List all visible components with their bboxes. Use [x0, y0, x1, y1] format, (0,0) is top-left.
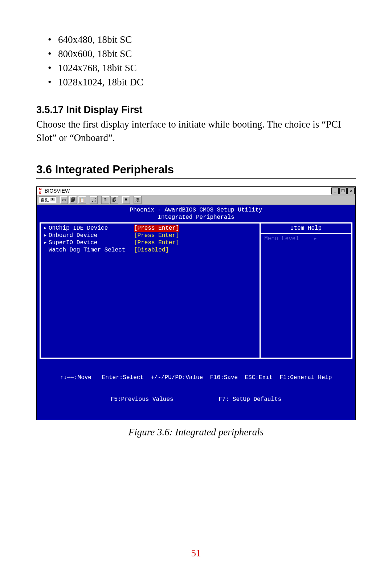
list-item: 800x600, 18bit SC: [58, 47, 356, 61]
option-label: Watch Dog Timer Select: [49, 246, 134, 254]
footer-line2: F5:Previous Values F7: SetUp Defaults: [37, 396, 355, 403]
submenu-arrow-icon: ▸: [44, 239, 49, 246]
page2-icon[interactable]: 🗐: [110, 196, 118, 204]
footer-line1: ↑↓→←:Move Enter:Select +/-/PU/PD:Value F…: [37, 374, 355, 381]
no-arrow-icon: [44, 246, 49, 254]
select-rect-icon[interactable]: ▭: [60, 196, 68, 204]
resolution-list: 640x480, 18bit SC 800x600, 18bit SC 1024…: [36, 33, 356, 90]
app-icon: MS: [37, 188, 43, 194]
window-titlebar: MS BIOSVIEW _ ❐ ✕: [37, 187, 355, 195]
list-item: 1028x1024, 18bit DC: [58, 75, 356, 89]
submenu-arrow-icon: ▸: [44, 232, 49, 239]
option-value: [Press Enter]: [134, 225, 179, 232]
bios-footer: ↑↓→←:Move Enter:Select +/-/PU/PD:Value F…: [37, 359, 355, 420]
bios-header: Phoenix - AwardBIOS CMOS Setup Utility I…: [37, 205, 355, 222]
option-label: OnChip IDE Device: [49, 225, 134, 232]
chevron-right-icon: ▸: [314, 235, 317, 242]
bios-option-row[interactable]: ▸ OnChip IDE Device [Press Enter]: [44, 225, 257, 232]
subsection-heading: 3.5.17 Init Display First: [36, 104, 356, 116]
bios-option-row[interactable]: ▸ Onboard Device [Press Enter]: [44, 232, 257, 239]
paste-icon[interactable]: 📋: [78, 196, 86, 204]
toolbar: 自動 ▭ 🗐 📋 ⛶ 🗎 🗐 A 漢: [37, 195, 355, 205]
bios-options-panel: ▸ OnChip IDE Device [Press Enter] ▸ Onbo…: [40, 222, 260, 359]
bios-help-panel: Item Help Menu Level▸: [260, 222, 352, 359]
close-button[interactable]: ✕: [347, 188, 355, 194]
option-value: [Disabled]: [134, 246, 169, 254]
option-value: [Press Enter]: [134, 232, 179, 239]
kanji-icon[interactable]: 漢: [134, 196, 142, 204]
bios-body: Phoenix - AwardBIOS CMOS Setup Utility I…: [37, 205, 355, 420]
bold-icon[interactable]: A: [122, 196, 130, 204]
bios-option-row[interactable]: ▸ SuperIO Device [Press Enter]: [44, 239, 257, 246]
menu-level-label: Menu Level▸: [261, 234, 351, 244]
option-value: [Press Enter]: [134, 239, 179, 246]
subsection-body: Choose the first display interface to in…: [36, 118, 356, 145]
maximize-button[interactable]: ❐: [339, 188, 347, 194]
mode-select[interactable]: 自動: [39, 196, 56, 204]
item-help-title: Item Help: [261, 223, 351, 233]
bios-header-line1: Phoenix - AwardBIOS CMOS Setup Utility: [37, 206, 355, 214]
bios-header-line2: Integrated Peripherals: [37, 214, 355, 221]
minimize-button[interactable]: _: [331, 188, 339, 194]
option-label: Onboard Device: [49, 232, 134, 239]
list-item: 1024x768, 18bit SC: [58, 61, 356, 75]
window-title: BIOSVIEW: [43, 188, 331, 194]
section-heading: 3.6 Integrated Peripherals: [36, 163, 356, 179]
list-item: 640x480, 18bit SC: [58, 33, 356, 47]
figure-caption: Figure 3.6: Integrated peripherals: [36, 427, 356, 438]
bios-window: MS BIOSVIEW _ ❐ ✕ 自動 ▭ 🗐 📋 ⛶ 🗎 🗐 A 漢 Pho…: [36, 186, 356, 420]
fit-icon[interactable]: ⛶: [90, 196, 98, 204]
submenu-arrow-icon: ▸: [44, 225, 49, 232]
page1-icon[interactable]: 🗎: [101, 196, 109, 204]
bios-option-row[interactable]: Watch Dog Timer Select [Disabled]: [44, 246, 257, 254]
copy-icon[interactable]: 🗐: [69, 196, 77, 204]
option-label: SuperIO Device: [49, 239, 134, 246]
page-number: 51: [0, 548, 392, 559]
